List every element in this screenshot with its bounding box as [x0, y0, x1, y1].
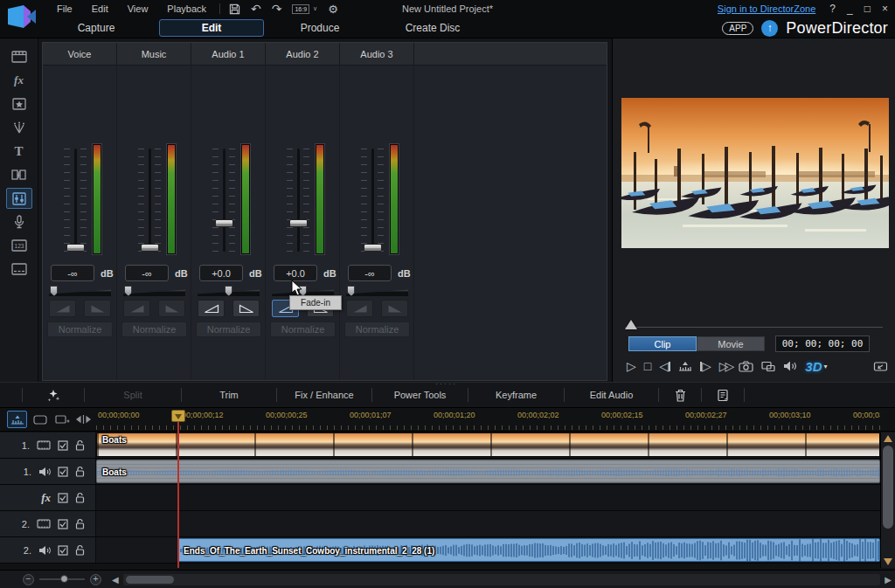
close-button[interactable]: × — [882, 3, 888, 15]
playhead-line[interactable] — [177, 411, 179, 568]
sidebar-item-transition-room[interactable] — [6, 164, 32, 185]
normalize-button[interactable]: Normalize — [344, 322, 410, 337]
fader-thumb[interactable] — [66, 244, 85, 252]
track-lane[interactable]: Boats — [96, 459, 880, 484]
fade-in-button[interactable] — [123, 300, 150, 317]
tab-create-disc[interactable]: Create Disc — [385, 22, 481, 34]
volume-button[interactable] — [783, 357, 797, 375]
minimize-button[interactable]: _ — [847, 3, 853, 15]
track-lane[interactable] — [96, 485, 880, 510]
mini-player-button[interactable] — [761, 357, 775, 375]
gain-value[interactable]: +0.0 — [199, 265, 243, 281]
magic-tools-button[interactable] — [23, 383, 84, 407]
goto-time-button[interactable] — [678, 357, 692, 375]
normalize-button[interactable]: Normalize — [196, 322, 261, 337]
tab-produce[interactable]: Produce — [276, 22, 364, 34]
menu-edit[interactable]: Edit — [82, 3, 118, 14]
normalize-button[interactable]: Normalize — [270, 322, 336, 337]
track-manager-tool[interactable] — [73, 411, 94, 428]
gain-value[interactable]: -∞ — [125, 265, 169, 281]
tab-clip[interactable]: Clip — [628, 336, 697, 351]
fade-out-button[interactable] — [381, 300, 408, 317]
volume-fader[interactable] — [191, 149, 266, 252]
vscroll-thumb[interactable] — [883, 446, 893, 529]
master-gain-slider[interactable] — [49, 286, 111, 297]
undo-icon[interactable]: ↶ — [251, 2, 261, 16]
track-lock-icon[interactable] — [75, 492, 85, 503]
sidebar-item-subtitle-room[interactable] — [6, 259, 32, 280]
video-clip-boats[interactable]: Boats — [96, 432, 880, 457]
track-enable-checkbox[interactable] — [58, 545, 68, 556]
seek-thumb[interactable] — [625, 320, 637, 329]
track-lock-icon[interactable] — [75, 466, 85, 477]
fader-thumb[interactable] — [289, 219, 308, 227]
play-button[interactable]: ▷ — [627, 357, 636, 375]
gain-value[interactable]: -∞ — [51, 265, 94, 281]
tab-capture[interactable]: Capture — [52, 22, 140, 34]
menu-file[interactable]: File — [47, 3, 82, 14]
timecode-display[interactable]: 00; 00; 00; 00 — [775, 336, 870, 352]
chevron-down-icon[interactable]: ▾ — [824, 363, 828, 370]
horizontal-scrollbar[interactable] — [123, 574, 881, 585]
track-enable-checkbox[interactable] — [58, 519, 68, 529]
master-gain-slider[interactable] — [123, 286, 185, 297]
fix-enhance-button[interactable]: Fix / Enhance — [277, 383, 371, 407]
edit-audio-button[interactable]: Edit Audio — [565, 383, 658, 407]
save-icon[interactable] — [229, 3, 240, 15]
sign-in-link[interactable]: Sign in to DirectorZone — [718, 3, 816, 14]
undock-preview-button[interactable] — [873, 357, 888, 375]
resize-handle[interactable]: ····· — [435, 379, 457, 388]
fade-in-button[interactable] — [49, 300, 76, 317]
track-enable-checkbox[interactable] — [58, 467, 68, 477]
timeline-ruler-tool[interactable] — [7, 411, 27, 428]
master-gain-slider[interactable] — [346, 286, 408, 297]
track-lane[interactable] — [96, 511, 880, 536]
sidebar-item-pip-objects[interactable] — [6, 93, 32, 114]
fade-out-button[interactable] — [158, 300, 185, 317]
timeline-ruler[interactable]: 00;00;00;0000;00;00;1200;00;00;2500;00;0… — [96, 408, 880, 431]
maximize-button[interactable]: □ — [864, 3, 871, 15]
normalize-button[interactable]: Normalize — [47, 322, 113, 337]
scroll-left-icon[interactable]: ◀ — [112, 575, 119, 585]
snapshot-button[interactable] — [739, 357, 753, 375]
range-select-tool[interactable] — [30, 411, 50, 428]
volume-fader[interactable] — [43, 149, 117, 252]
fade-in-button[interactable] — [346, 300, 373, 317]
add-track-tool[interactable] — [52, 411, 73, 428]
track-lane[interactable]: Ends_Of_The_Earth_Sunset_Cowboy_instrume… — [96, 537, 880, 563]
sidebar-item-title-room[interactable]: T — [6, 141, 32, 162]
scroll-up-icon[interactable] — [884, 435, 892, 442]
split-button[interactable]: Split — [85, 383, 181, 407]
zoom-slider[interactable] — [39, 578, 85, 580]
track-enable-checkbox[interactable] — [58, 440, 68, 451]
sidebar-item-media-room[interactable] — [6, 46, 32, 67]
app-badge[interactable]: APP — [722, 22, 753, 35]
playhead-marker[interactable] — [171, 410, 185, 422]
music-clip[interactable]: Ends_Of_The_Earth_Sunset_Cowboy_instrume… — [177, 538, 880, 562]
3d-mode-button[interactable]: 3D▾ — [805, 357, 827, 375]
fader-thumb[interactable] — [215, 219, 233, 227]
menu-view[interactable]: View — [118, 3, 158, 14]
fade-out-button[interactable] — [84, 300, 111, 317]
sidebar-item-audio-mixing-room[interactable] — [6, 188, 32, 209]
produce-range-button[interactable] — [702, 383, 744, 407]
help-button[interactable]: ? — [829, 3, 836, 15]
scroll-down-icon[interactable] — [884, 558, 892, 565]
fade-in-button[interactable] — [198, 300, 225, 317]
upgrade-icon[interactable]: ↑ — [761, 20, 778, 37]
delete-button[interactable] — [659, 383, 701, 407]
tab-edit[interactable]: Edit — [159, 19, 264, 37]
trim-button[interactable]: Trim — [182, 383, 276, 407]
stop-button[interactable]: □ — [644, 357, 651, 375]
fade-out-button[interactable] — [232, 300, 260, 317]
zoom-out-button[interactable]: − — [23, 574, 34, 585]
sidebar-item-voiceover-room[interactable] — [6, 211, 32, 232]
track-lane[interactable]: Boats — [96, 432, 880, 458]
zoom-thumb[interactable] — [60, 575, 68, 583]
track-lock-icon[interactable] — [75, 518, 85, 529]
previous-frame-button[interactable]: ◁ — [659, 357, 670, 375]
master-gain-slider[interactable] — [198, 286, 260, 297]
scroll-right-icon[interactable]: ▶ — [885, 575, 892, 585]
volume-fader[interactable] — [117, 149, 191, 252]
track-lock-icon[interactable] — [75, 439, 85, 451]
